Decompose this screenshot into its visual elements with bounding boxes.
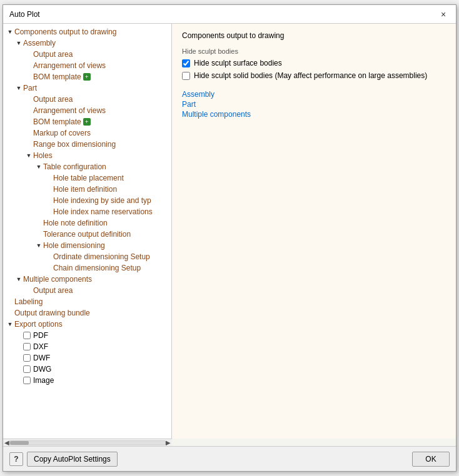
bom-plus-icon-2: +: [83, 118, 91, 126]
tree-item-hole-dimensioning[interactable]: ▼ Hole dimensioning: [3, 240, 171, 251]
label-bom-1: BOM template: [33, 72, 81, 81]
tree-item-ordinate-setup[interactable]: Ordinate dimensioning Setup: [3, 251, 171, 262]
toggle-arrangement-2: [24, 106, 33, 115]
tree-item-range-box[interactable]: Range box dimensioning: [3, 139, 171, 150]
tree-item-dxf[interactable]: DXF: [3, 341, 171, 352]
checkbox-image[interactable]: [23, 377, 31, 384]
toggle-hole-table-place: [44, 174, 53, 182]
tree-item-table-config[interactable]: ▼ Table configuration: [3, 161, 171, 172]
main-content: ▼ Components output to drawing ▼ Assembl…: [3, 24, 456, 439]
dialog-title: Auto Plot: [9, 10, 40, 19]
toggle-hole-index-name: [44, 207, 53, 216]
tree-item-bom-2[interactable]: BOM template +: [3, 116, 171, 127]
tree-item-markup-covers[interactable]: Markup of covers: [3, 127, 171, 139]
tree-item-export[interactable]: ▼ Export options: [3, 319, 171, 330]
toggle-hole-note-def: [34, 219, 43, 227]
toggle-dwg: [14, 365, 23, 374]
toggle-bom-1: [24, 72, 33, 81]
toggle-tolerance: [34, 230, 43, 239]
label-holes: Holes: [33, 151, 53, 160]
toggle-range: [24, 140, 33, 149]
toggle-multiple: ▼: [14, 275, 23, 284]
label-output-area-2: Output area: [33, 95, 73, 104]
hide-sculpt-solid-label: Hide sculpt solid bodies (May affect per…: [194, 71, 427, 80]
tree-item-labeling[interactable]: Labeling: [3, 296, 171, 307]
links-section: Assembly Part Multiple components: [182, 90, 446, 119]
tree-toggle-root: ▼: [6, 27, 14, 36]
tree-item-bom-1[interactable]: BOM template +: [3, 71, 171, 82]
toggle-export: ▼: [6, 320, 14, 329]
tree-item-output-area-2[interactable]: Output area: [3, 94, 171, 105]
tree-item-holes[interactable]: ▼ Holes: [3, 150, 171, 161]
tree-root[interactable]: ▼ Components output to drawing: [3, 26, 171, 37]
bom-plus-icon-1: +: [83, 73, 91, 81]
checkbox-dwg[interactable]: [23, 365, 31, 373]
link-part[interactable]: Part: [182, 100, 446, 109]
tree-root-label: Components output to drawing: [14, 27, 116, 36]
label-output-area-1: Output area: [33, 50, 73, 59]
label-dwg: DWG: [33, 365, 51, 374]
right-panel-heading: Components output to drawing: [182, 31, 446, 40]
tree-item-arrangement-1[interactable]: Arrangement of views: [3, 60, 171, 71]
tree-item-pdf[interactable]: PDF: [3, 330, 171, 341]
label-table-config: Table configuration: [43, 162, 106, 171]
toggle-part: ▼: [14, 84, 23, 92]
checkbox-dwf[interactable]: [23, 354, 31, 362]
tree-item-hole-note-def[interactable]: Hole note definition: [3, 217, 171, 229]
tree-item-image[interactable]: Image: [3, 375, 171, 386]
label-tolerance-output: Tolerance output definition: [43, 230, 131, 239]
tree-item-chain-setup[interactable]: Chain dimensioning Setup: [3, 262, 171, 274]
label-ordinate-setup: Ordinate dimensioning Setup: [53, 252, 150, 261]
tree-item-dwf[interactable]: DWF: [3, 352, 171, 364]
copy-autoplot-button[interactable]: Copy AutoPlot Settings: [27, 452, 118, 467]
bottom-bar: ? Copy AutoPlot Settings OK: [3, 446, 456, 471]
tree-item-output-drawing[interactable]: Output drawing bundle: [3, 307, 171, 319]
toggle-dxf: [14, 342, 23, 351]
hide-sculpt-surface-label: Hide sculpt surface bodies: [194, 59, 282, 67]
horizontal-scrollbar[interactable]: [9, 440, 166, 445]
toggle-hole-item-def: [44, 185, 53, 194]
toggle-arrangement-1: [24, 61, 33, 70]
hide-sculpt-solid-checkbox[interactable]: [182, 72, 190, 80]
toggle-dwf: [14, 354, 23, 362]
checkbox-pdf[interactable]: [23, 332, 31, 339]
ok-button[interactable]: OK: [412, 452, 450, 467]
close-button[interactable]: ×: [437, 8, 450, 21]
toggle-output-2: [24, 95, 33, 104]
tree-item-hole-index-name[interactable]: Hole index name reservations: [3, 206, 171, 217]
label-range-box: Range box dimensioning: [33, 140, 116, 149]
checkbox-row-1: Hide sculpt surface bodies: [182, 59, 446, 67]
link-multiple-components[interactable]: Multiple components: [182, 110, 446, 119]
tree-item-tolerance-output[interactable]: Tolerance output definition: [3, 229, 171, 240]
tree-item-output-area-3[interactable]: Output area: [3, 285, 171, 296]
link-assembly[interactable]: Assembly: [182, 90, 446, 99]
tree-item-multiple[interactable]: ▼ Multiple components: [3, 274, 171, 285]
tree-item-hole-item-def[interactable]: Hole item definition: [3, 184, 171, 195]
bottom-left-controls: ? Copy AutoPlot Settings: [9, 452, 118, 467]
checkbox-dxf[interactable]: [23, 343, 31, 350]
label-export: Export options: [14, 320, 63, 329]
tree-item-hole-table-place[interactable]: Hole table placement: [3, 172, 171, 184]
label-hole-table-place: Hole table placement: [53, 174, 124, 182]
hide-sculpt-surface-checkbox[interactable]: [182, 59, 190, 67]
tree-item-hole-indexing[interactable]: Hole indexing by side and typ: [3, 195, 171, 206]
toggle-table-config: ▼: [34, 162, 43, 171]
tree-item-dwg[interactable]: DWG: [3, 364, 171, 375]
label-labeling: Labeling: [14, 297, 43, 306]
tree-item-assembly[interactable]: ▼ Assembly: [3, 37, 171, 49]
label-hole-indexing: Hole indexing by side and typ: [53, 196, 151, 205]
tree-item-arrangement-2[interactable]: Arrangement of views: [3, 105, 171, 116]
hide-sculpt-section-label: Hide sculpt bodies: [182, 47, 446, 55]
label-chain-setup: Chain dimensioning Setup: [53, 264, 141, 272]
scroll-right-arrow[interactable]: ▶: [166, 439, 171, 446]
toggle-ordinate: [44, 252, 53, 261]
label-arrangement-1: Arrangement of views: [33, 61, 106, 70]
tree-item-part[interactable]: ▼ Part: [3, 82, 171, 94]
label-dxf: DXF: [33, 342, 48, 351]
toggle-hole-dim: ▼: [34, 241, 43, 250]
toggle-bom-2: [24, 117, 33, 126]
label-hole-item-def: Hole item definition: [53, 185, 117, 194]
help-button[interactable]: ?: [9, 452, 23, 466]
tree-item-output-area-1[interactable]: Output area: [3, 49, 171, 60]
scroll-left-arrow[interactable]: ◀: [4, 439, 9, 446]
